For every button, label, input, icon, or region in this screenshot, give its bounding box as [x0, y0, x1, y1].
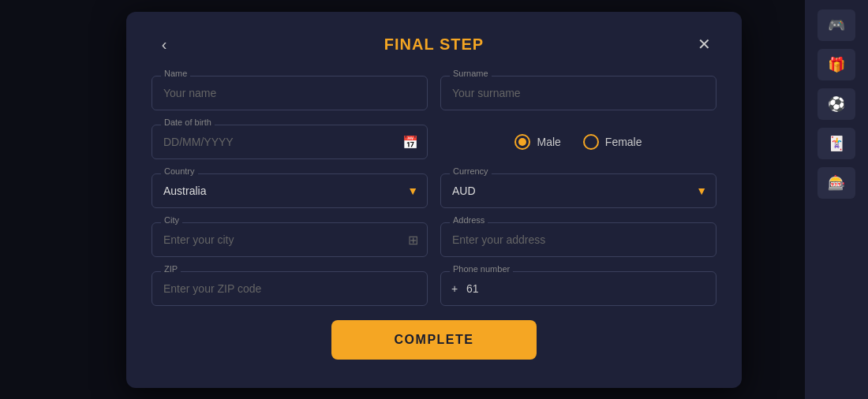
name-input[interactable] [152, 76, 428, 110]
country-label: Country [161, 166, 198, 176]
dob-label: Date of birth [161, 117, 215, 127]
phone-field: Phone number + [440, 271, 716, 306]
city-input[interactable] [152, 222, 428, 257]
modal-title: FINAL STEP [384, 35, 484, 54]
dob-input[interactable] [152, 125, 428, 159]
modal: ‹ FINAL STEP ✕ Name Surname Date of birt… [126, 12, 742, 388]
surname-field: Surname [440, 76, 716, 110]
phone-label: Phone number [450, 264, 513, 274]
zip-field: ZIP [152, 271, 428, 306]
gender-male-label: Male [537, 136, 560, 148]
gender-field: Male Female [440, 125, 716, 159]
zip-phone-row: ZIP Phone number + [152, 271, 716, 306]
country-select[interactable]: Australia United States United Kingdom C… [152, 173, 428, 208]
currency-label: Currency [450, 166, 492, 176]
surname-label: Surname [450, 69, 492, 78]
sidebar-icon-3[interactable]: ⚽ [817, 88, 855, 120]
country-field: Country Australia United States United K… [152, 173, 428, 208]
currency-field: Currency AUD USD EUR GBP ▼ [440, 173, 716, 208]
country-currency-row: Country Australia United States United K… [152, 173, 716, 208]
dob-gender-row: Date of birth 📅 Male Female [152, 125, 716, 159]
gender-female-label: Female [605, 136, 642, 148]
address-field: Address [440, 222, 716, 257]
phone-input[interactable] [440, 271, 716, 306]
city-field: City ⊞ [152, 222, 428, 257]
name-label: Name [161, 69, 190, 78]
gender-male-radio[interactable] [514, 134, 530, 150]
gender-female-option[interactable]: Female [583, 134, 642, 150]
sidebar-icon-4[interactable]: 🃏 [817, 128, 855, 159]
dob-field: Date of birth 📅 [152, 125, 428, 159]
currency-select[interactable]: AUD USD EUR GBP [440, 173, 716, 208]
gender-options: Male Female [440, 134, 716, 150]
sidebar-icon-2[interactable]: 🎁 [817, 49, 855, 80]
name-surname-row: Name Surname [152, 76, 716, 110]
back-button[interactable]: ‹ [152, 32, 177, 57]
zip-input[interactable] [152, 271, 428, 306]
address-input[interactable] [440, 222, 716, 257]
name-field: Name [152, 76, 428, 110]
sidebar-icon-5[interactable]: 🎰 [817, 167, 855, 199]
gender-male-option[interactable]: Male [514, 134, 560, 150]
city-label: City [161, 215, 182, 225]
complete-button[interactable]: COMPLETE [331, 320, 537, 360]
gender-female-radio[interactable] [583, 134, 599, 150]
sidebar-icon-1[interactable]: 🎮 [817, 9, 855, 41]
zip-label: ZIP [161, 264, 181, 274]
modal-header: ‹ FINAL STEP ✕ [152, 35, 716, 54]
surname-input[interactable] [440, 76, 716, 110]
city-address-row: City ⊞ Address [152, 222, 716, 257]
close-button[interactable]: ✕ [691, 32, 716, 57]
address-label: Address [450, 215, 488, 225]
phone-prefix: + [451, 282, 458, 295]
sidebar: 🎮 🎁 ⚽ 🃏 🎰 [805, 0, 868, 399]
